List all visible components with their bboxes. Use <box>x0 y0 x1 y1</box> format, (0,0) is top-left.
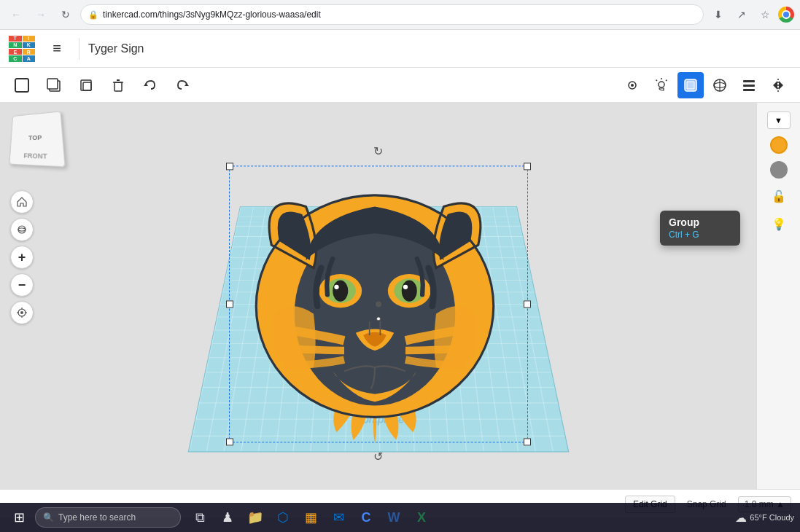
svg-rect-3 <box>81 80 91 90</box>
svg-point-29 <box>20 311 23 314</box>
svg-marker-9 <box>185 83 189 86</box>
refresh-button[interactable]: ↻ <box>55 4 76 25</box>
svg-point-11 <box>631 84 634 87</box>
group-view-icon <box>712 77 728 93</box>
align-icon <box>741 77 757 93</box>
view-cube[interactable]: TOP FRONT <box>9 112 74 177</box>
logo-a: A <box>23 55 36 61</box>
back-button[interactable]: ← <box>6 4 26 25</box>
lock-icon-button[interactable]: 🔓 <box>769 186 789 206</box>
light-button[interactable] <box>648 72 675 98</box>
svg-line-15 <box>656 79 657 80</box>
tiger-container[interactable] <box>222 146 535 459</box>
zoom-out-button[interactable]: − <box>10 273 34 297</box>
right-panel: ▼ 🔓 💡 › <box>756 103 800 489</box>
svg-point-27 <box>18 228 26 231</box>
new-shape-button[interactable] <box>9 72 35 98</box>
svg-point-12 <box>659 82 664 87</box>
lock-icon: 🔒 <box>88 10 98 20</box>
svg-marker-8 <box>144 83 148 86</box>
svg-line-14 <box>666 79 667 80</box>
app-header: T I N K E R C A ≡ Tyger Sign <box>0 30 800 68</box>
new-shape-icon <box>14 77 30 93</box>
taskbar-sys: ☁ 65°F Cloudy <box>735 511 794 525</box>
group-tooltip: Group Ctrl + G <box>660 211 740 246</box>
shape-icon <box>683 77 699 93</box>
taskbar-excel-button[interactable]: X <box>408 504 435 531</box>
zoom-in-button[interactable]: + <box>10 246 34 269</box>
duplicate-icon <box>46 77 62 93</box>
mirror-icon <box>770 77 786 93</box>
svg-point-43 <box>403 285 407 289</box>
fit-view-button[interactable] <box>10 301 34 324</box>
main-toolbar <box>0 68 800 103</box>
view-icon <box>624 77 640 93</box>
svg-rect-4 <box>83 82 91 90</box>
taskbar-search[interactable]: 🔍 Type here to search <box>35 507 181 528</box>
view-icon-button[interactable] <box>619 72 645 98</box>
fit-view-icon <box>16 307 28 318</box>
taskbar-chess-button[interactable]: ♟ <box>214 504 241 531</box>
toolbar-right <box>619 72 791 98</box>
header-divider <box>79 38 79 60</box>
tiger-svg[interactable] <box>222 146 528 452</box>
trash-icon <box>110 77 126 93</box>
tooltip-shortcut: Ctrl + G <box>669 230 731 240</box>
download-button[interactable]: ⬇ <box>708 4 729 25</box>
panel-dropdown-button[interactable]: ▼ <box>767 112 791 129</box>
svg-rect-2 <box>47 79 58 89</box>
address-bar[interactable]: 🔒 tinkercad.com/things/3sNyg9kMQzz-glori… <box>80 4 704 25</box>
cube-box[interactable]: TOP FRONT <box>9 112 66 168</box>
taskbar-chrome-c[interactable]: C <box>353 504 379 531</box>
orbit-button[interactable] <box>10 218 34 241</box>
weather-temp: 65°F Cloudy <box>750 513 794 522</box>
svg-point-38 <box>333 280 348 301</box>
shape-button[interactable] <box>677 72 704 98</box>
search-icon: 🔍 <box>43 512 54 523</box>
cube-front-label: FRONT <box>23 152 47 160</box>
color-gray[interactable] <box>770 161 788 179</box>
logo-k: K <box>23 42 36 48</box>
color-orange[interactable] <box>770 136 788 154</box>
svg-rect-21 <box>743 85 755 87</box>
logo-c: C <box>9 55 22 61</box>
taskbar-icons: ⧉ ♟ 📁 ⬡ ▦ ✉ C W X <box>187 504 435 531</box>
svg-rect-0 <box>15 79 28 92</box>
align-button[interactable] <box>736 72 762 98</box>
taskbar-edge-button[interactable]: ⬡ <box>270 504 296 531</box>
task-view-button[interactable]: ⧉ <box>187 504 213 531</box>
group-view-button[interactable] <box>707 72 733 98</box>
home-view-button[interactable] <box>10 190 34 214</box>
chrome-icon <box>778 7 794 23</box>
visibility-button[interactable]: 💡 <box>769 214 789 234</box>
delete-button[interactable] <box>105 72 131 98</box>
taskbar-mail-button[interactable]: ✉ <box>325 504 352 531</box>
undo-icon <box>142 77 158 93</box>
menu-button[interactable]: ≡ <box>44 36 70 62</box>
taskbar-apps-button[interactable]: ▦ <box>298 504 324 531</box>
redo-button[interactable] <box>169 72 195 98</box>
search-text: Type here to search <box>58 512 136 523</box>
light-icon <box>653 77 669 93</box>
canvas-area[interactable]: TOP FRONT + − <box>0 103 756 489</box>
redo-icon <box>174 77 190 93</box>
undo-button[interactable] <box>137 72 163 98</box>
mirror-button[interactable] <box>765 72 791 98</box>
duplicate-button[interactable] <box>41 72 67 98</box>
start-button[interactable]: ⊞ <box>6 504 32 531</box>
copy-icon <box>78 77 94 93</box>
share-button[interactable]: ↗ <box>731 4 752 25</box>
svg-marker-25 <box>779 81 783 90</box>
browser-chrome: ← → ↻ 🔒 tinkercad.com/things/3sNyg9kMQzz… <box>0 0 800 30</box>
taskbar-word-button[interactable]: W <box>381 504 407 531</box>
project-title: Tyger Sign <box>88 42 144 55</box>
taskbar-explorer-button[interactable]: 📁 <box>242 504 268 531</box>
logo-t: T <box>9 36 22 42</box>
svg-point-42 <box>401 280 416 301</box>
bookmark-button[interactable]: ☆ <box>755 4 775 25</box>
logo-r: R <box>23 49 36 55</box>
forward-button[interactable]: → <box>31 4 51 25</box>
svg-point-26 <box>18 226 26 233</box>
tinkercad-logo[interactable]: T I N K E R C A <box>9 36 35 62</box>
copy-button[interactable] <box>73 72 99 98</box>
